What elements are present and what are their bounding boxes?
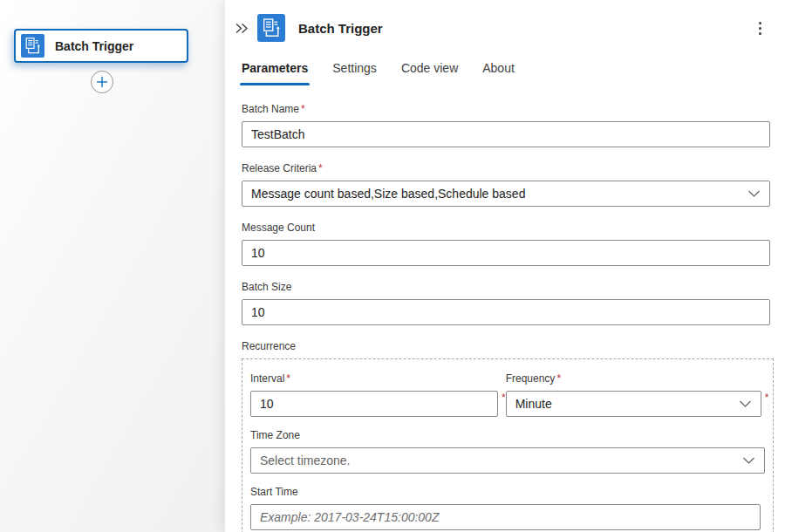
required-marker: *	[318, 162, 323, 174]
start-time-input[interactable]	[250, 504, 761, 530]
frequency-label: Frequency	[506, 372, 556, 385]
recurrence-label: Recurrence	[242, 340, 296, 352]
release-criteria-dropdown[interactable]: Message count based,Size based,Schedule …	[242, 181, 770, 207]
tab-code-view[interactable]: Code view	[401, 61, 458, 85]
chevron-down-icon	[742, 455, 755, 466]
message-count-input[interactable]	[242, 240, 770, 266]
recurrence-group: Interval* * Frequency* Minute	[242, 358, 774, 532]
workflow-canvas[interactable]: Batch Trigger	[0, 0, 225, 532]
message-count-label: Message Count	[242, 222, 315, 234]
double-chevron-right-icon	[235, 22, 249, 35]
start-time-label: Start Time	[250, 486, 298, 498]
plus-icon	[96, 76, 108, 88]
release-criteria-label: Release Criteria	[242, 162, 317, 174]
batch-name-input[interactable]	[242, 121, 770, 147]
logic-app-designer: Batch Trigger	[0, 0, 785, 532]
required-marker: *	[556, 372, 561, 385]
batch-trigger-icon	[257, 14, 285, 42]
time-zone-label: Time Zone	[250, 429, 300, 441]
batch-size-input[interactable]	[242, 299, 770, 325]
chevron-down-icon	[747, 188, 761, 199]
workflow-node-batch-trigger[interactable]: Batch Trigger	[14, 29, 188, 63]
more-options-button[interactable]	[750, 17, 769, 39]
frequency-dropdown[interactable]: Minute	[506, 391, 761, 417]
batch-size-label: Batch Size	[242, 281, 291, 293]
tab-settings[interactable]: Settings	[332, 61, 377, 85]
required-marker: *	[286, 372, 290, 385]
add-step-button[interactable]	[91, 71, 113, 93]
panel-header: Batch Trigger	[225, 0, 785, 44]
interval-label: Interval	[250, 372, 284, 385]
node-details-panel: Batch Trigger Parameters Settings Code v…	[225, 0, 785, 532]
panel-tabs: Parameters Settings Code view About	[242, 61, 785, 85]
panel-title: Batch Trigger	[298, 21, 383, 36]
batch-trigger-icon	[21, 34, 44, 58]
node-label: Batch Trigger	[55, 39, 133, 53]
batch-name-label: Batch Name	[242, 103, 299, 115]
required-marker: *	[301, 103, 305, 115]
interval-input[interactable]	[250, 391, 498, 417]
tab-parameters[interactable]: Parameters	[242, 61, 308, 85]
required-marker: *	[765, 392, 769, 404]
chevron-down-icon	[739, 399, 752, 409]
kebab-icon	[759, 22, 761, 24]
tab-about[interactable]: About	[482, 61, 515, 85]
parameters-form: Batch Name* Release Criteria* Message co…	[225, 100, 770, 532]
time-zone-dropdown[interactable]: Select timezone.	[250, 447, 765, 474]
collapse-panel-button[interactable]	[231, 17, 252, 38]
